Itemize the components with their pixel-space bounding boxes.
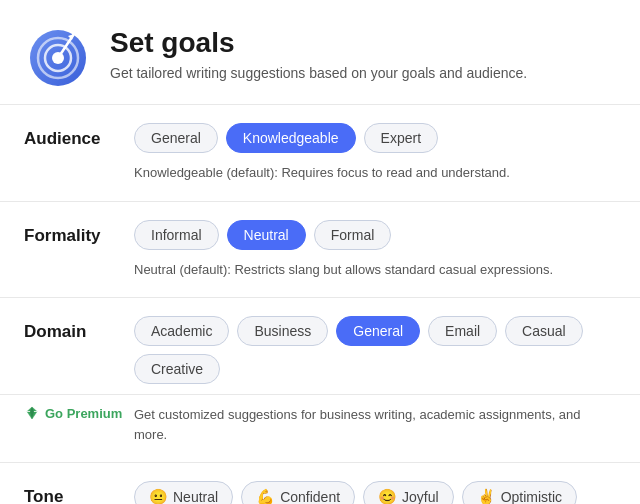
audience-general-button[interactable]: General bbox=[134, 123, 218, 153]
tone-joyful-label: Joyful bbox=[402, 489, 439, 504]
premium-row: Go Premium Get customized suggestions fo… bbox=[0, 395, 640, 463]
formality-label: Formality bbox=[24, 220, 134, 246]
audience-section: Audience General Knowledgeable Expert Kn… bbox=[0, 105, 640, 202]
premium-label-area: Go Premium bbox=[24, 405, 134, 421]
formality-section: Formality Informal Neutral Formal Neutra… bbox=[0, 202, 640, 299]
page-title: Set goals bbox=[110, 27, 527, 59]
tone-section: Tone 😐 Neutral 💪 Confident 😊 Joyful ✌️ O… bbox=[0, 463, 640, 504]
audience-expert-button[interactable]: Expert bbox=[364, 123, 438, 153]
tone-neutral-button[interactable]: 😐 Neutral bbox=[134, 481, 233, 504]
tone-optimistic-label: Optimistic bbox=[501, 489, 562, 504]
audience-knowledgeable-button[interactable]: Knowledgeable bbox=[226, 123, 356, 153]
formality-informal-button[interactable]: Informal bbox=[134, 220, 219, 250]
domain-email-button[interactable]: Email bbox=[428, 316, 497, 346]
tone-confident-emoji: 💪 bbox=[256, 488, 275, 504]
domain-general-button[interactable]: General bbox=[336, 316, 420, 346]
audience-content: General Knowledgeable Expert Knowledgeab… bbox=[134, 123, 616, 183]
tone-btn-group: 😐 Neutral 💪 Confident 😊 Joyful ✌️ Optimi… bbox=[134, 481, 577, 504]
tone-neutral-emoji: 😐 bbox=[149, 488, 168, 504]
domain-business-button[interactable]: Business bbox=[237, 316, 328, 346]
formality-description: Neutral (default): Restricts slang but a… bbox=[134, 260, 616, 280]
formality-formal-button[interactable]: Formal bbox=[314, 220, 392, 250]
tone-joyful-emoji: 😊 bbox=[378, 488, 397, 504]
tone-confident-label: Confident bbox=[280, 489, 340, 504]
audience-btn-group: General Knowledgeable Expert bbox=[134, 123, 616, 153]
domain-section: Domain Academic Business General Email C… bbox=[0, 298, 640, 395]
domain-creative-button[interactable]: Creative bbox=[134, 354, 220, 384]
premium-description: Get customized suggestions for business … bbox=[134, 405, 616, 444]
header: Set goals Get tailored writing suggestio… bbox=[0, 0, 640, 105]
domain-btn-group: Academic Business General Email Casual C… bbox=[134, 316, 616, 384]
domain-academic-button[interactable]: Academic bbox=[134, 316, 229, 346]
tone-optimistic-button[interactable]: ✌️ Optimistic bbox=[462, 481, 577, 504]
header-text: Set goals Get tailored writing suggestio… bbox=[110, 27, 527, 81]
formality-btn-group: Informal Neutral Formal bbox=[134, 220, 616, 250]
tone-optimistic-emoji: ✌️ bbox=[477, 488, 496, 504]
go-premium-button[interactable]: Go Premium bbox=[24, 405, 134, 421]
domain-content: Academic Business General Email Casual C… bbox=[134, 316, 616, 384]
audience-description: Knowledgeable (default): Requires focus … bbox=[134, 163, 616, 183]
tone-joyful-button[interactable]: 😊 Joyful bbox=[363, 481, 454, 504]
formality-content: Informal Neutral Formal Neutral (default… bbox=[134, 220, 616, 280]
domain-label: Domain bbox=[24, 316, 134, 342]
formality-neutral-button[interactable]: Neutral bbox=[227, 220, 306, 250]
set-goals-icon bbox=[24, 20, 92, 88]
audience-label: Audience bbox=[24, 123, 134, 149]
page-description: Get tailored writing suggestions based o… bbox=[110, 65, 527, 81]
tone-neutral-label: Neutral bbox=[173, 489, 218, 504]
svg-line-8 bbox=[74, 27, 75, 34]
domain-casual-button[interactable]: Casual bbox=[505, 316, 583, 346]
tone-confident-button[interactable]: 💪 Confident bbox=[241, 481, 355, 504]
diamond-icon bbox=[24, 405, 40, 421]
tone-label: Tone bbox=[24, 481, 134, 504]
